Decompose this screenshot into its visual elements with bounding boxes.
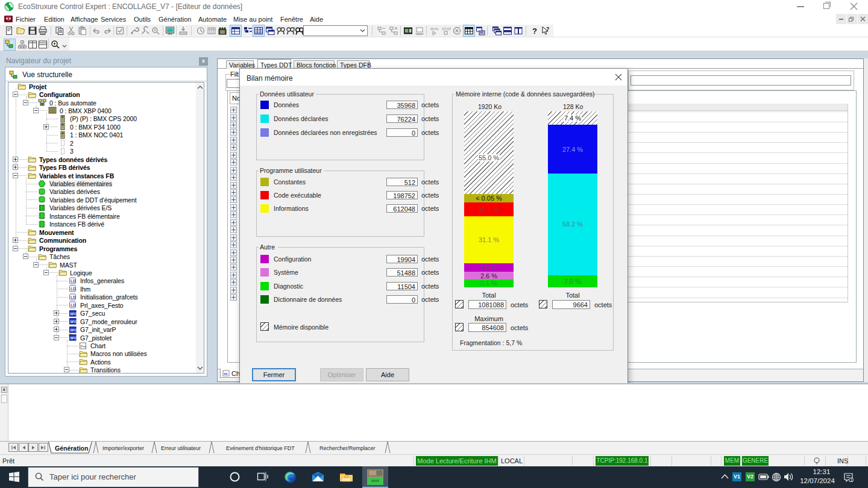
- svg-text:STOP: STOP: [442, 27, 451, 31]
- svg-text:?: ?: [532, 27, 537, 36]
- svg-text:SFC: SFC: [70, 311, 77, 315]
- svg-text:SFC: SFC: [70, 328, 77, 331]
- svg-text:SFC: SFC: [70, 336, 77, 340]
- svg-text:Pre: Pre: [80, 344, 86, 348]
- svg-text:sc: sc: [224, 372, 228, 375]
- svg-text:SFC: SFC: [70, 320, 77, 324]
- svg-text:LD: LD: [71, 279, 76, 283]
- svg-text:LD: LD: [71, 287, 76, 291]
- svg-text:1: 1: [851, 478, 853, 482]
- svg-text:LD: LD: [71, 295, 76, 299]
- svg-text:LD: LD: [71, 303, 76, 307]
- svg-text:RUN: RUN: [430, 27, 438, 31]
- svg-text:?: ?: [546, 26, 550, 32]
